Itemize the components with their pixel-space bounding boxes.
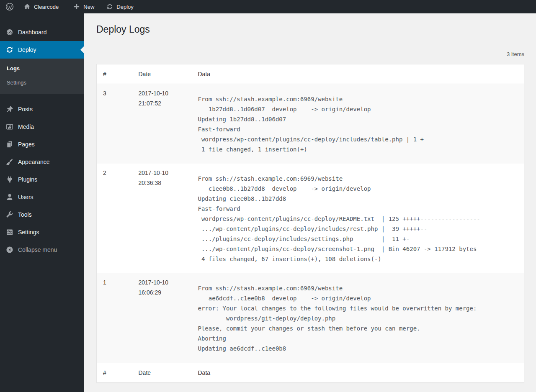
media-icon [5,123,14,131]
collapse-menu-button[interactable]: Collapse menu [0,241,84,259]
column-footer-data: Data [192,363,524,383]
page-title: Deploy Logs [96,23,524,36]
sidebar-item-dashboard[interactable]: Dashboard [0,23,84,41]
wordpress-logo-icon [5,3,14,11]
wrench-icon [5,210,14,219]
deploy-sync-icon [106,3,113,10]
sidebar-item-plugins[interactable]: Plugins [0,171,84,188]
pages-icon [5,140,14,149]
log-output: From ssh://stash.example.com:6969/websit… [198,283,520,354]
log-date: 2017-10-10 [139,277,188,287]
collapse-arrow-icon [5,246,14,254]
log-number: 1 [97,273,132,363]
admin-bar: Clearcode New Deploy [0,0,536,13]
log-time: 20:36:38 [139,178,188,188]
log-date-cell: 2017-10-10 16:06:29 [132,273,192,363]
sidebar-item-appearance[interactable]: Appearance [0,153,84,171]
home-icon [23,3,31,10]
sidebar-item-label: Media [18,123,34,130]
user-icon [5,193,14,201]
sidebar-item-label: Posts [18,106,33,113]
log-data-cell: From ssh://stash.example.com:6969/websit… [192,84,524,164]
log-number: 3 [97,84,132,164]
admin-bar-new-button[interactable]: New [68,0,99,13]
log-time: 21:07:52 [139,98,188,108]
sidebar-item-label: Users [18,194,34,200]
sidebar-item-label: Appearance [18,159,50,165]
admin-bar-site-label: Clearcode [34,4,59,10]
log-date-cell: 2017-10-10 21:07:52 [132,84,192,164]
dashboard-gauge-icon [5,28,14,36]
sidebar-item-label: Pages [18,141,35,148]
sidebar-item-deploy[interactable]: Deploy [0,41,84,59]
paintbrush-icon [5,158,14,166]
column-header-date: Date [132,64,192,84]
admin-bar-site-link[interactable]: Clearcode [19,0,63,13]
log-date-cell: 2017-10-10 20:36:38 [132,164,192,273]
log-output: From ssh://stash.example.com:6969/websit… [198,94,520,154]
sidebar-item-label: Deploy [18,46,36,53]
sidebar-item-media[interactable]: Media [0,118,84,136]
sidebar-item-pages[interactable]: Pages [0,136,84,153]
sidebar-item-label: Tools [18,211,32,218]
column-footer-number: # [97,363,132,383]
sidebar-item-posts[interactable]: Posts [0,100,84,118]
admin-sidebar: Dashboard Deploy Logs Settings Posts Med… [0,13,84,392]
admin-bar-deploy-button[interactable]: Deploy [101,0,138,13]
table-header: # Date Data [97,64,524,84]
log-date: 2017-10-10 [139,88,188,98]
main-content: Deploy Logs 3 items # Date Data 3 2017-1… [84,13,536,392]
deploy-logs-table: # Date Data 3 2017-10-10 21:07:52 From s… [96,64,524,383]
sidebar-item-label: Plugins [18,176,37,183]
submenu-item-logs[interactable]: Logs [0,61,84,76]
sidebar-item-label: Settings [18,229,39,236]
deploy-sync-icon [5,46,14,54]
table-footer: # Date Data [97,363,524,383]
deploy-submenu: Logs Settings [0,59,84,94]
table-nav: 3 items [96,50,524,59]
submenu-item-settings[interactable]: Settings [0,76,84,90]
plug-icon [5,175,14,184]
sidebar-item-settings[interactable]: Settings [0,223,84,241]
plus-icon [73,3,80,10]
sidebar-item-tools[interactable]: Tools [0,206,84,223]
pushpin-icon [5,105,14,113]
table-row: 2 2017-10-10 20:36:38 From ssh://stash.e… [97,164,524,273]
collapse-menu-label: Collapse menu [18,246,57,253]
column-footer-date: Date [132,363,192,383]
admin-bar-new-label: New [83,4,94,10]
log-data-cell: From ssh://stash.example.com:6969/websit… [192,273,524,363]
settings-sliders-icon [5,228,14,236]
wordpress-menu-button[interactable] [0,0,19,13]
table-row: 3 2017-10-10 21:07:52 From ssh://stash.e… [97,84,524,164]
sidebar-item-label: Dashboard [18,29,47,36]
log-number: 2 [97,164,132,273]
admin-bar-deploy-label: Deploy [116,4,133,10]
log-output: From ssh://stash.example.com:6969/websit… [198,174,520,264]
log-data-cell: From ssh://stash.example.com:6969/websit… [192,164,524,273]
sidebar-item-users[interactable]: Users [0,188,84,206]
items-count: 3 items [507,51,524,57]
column-header-number: # [97,64,132,84]
table-row: 1 2017-10-10 16:06:29 From ssh://stash.e… [97,273,524,363]
log-time: 16:06:29 [139,287,188,297]
menu-separator [0,94,84,100]
column-header-data: Data [192,64,524,84]
log-date: 2017-10-10 [139,168,188,178]
